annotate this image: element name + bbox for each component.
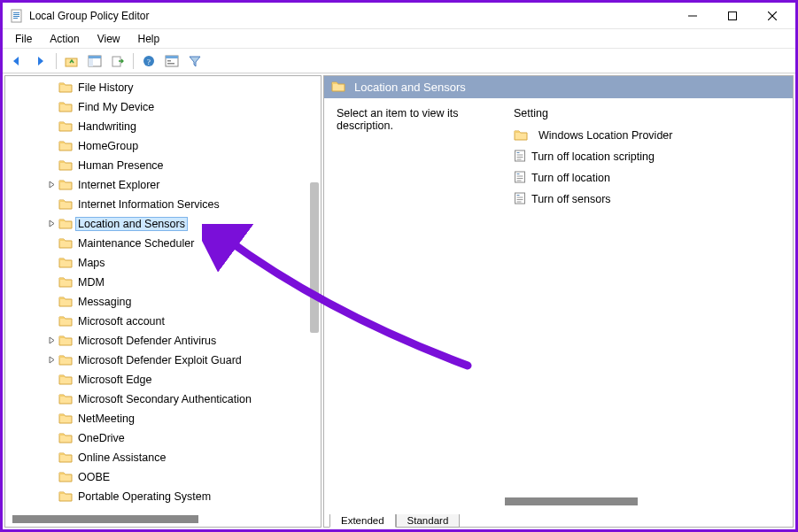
folder-icon	[58, 392, 78, 407]
tree-item[interactable]: Messaging	[5, 292, 321, 312]
tree-item[interactable]: Location and Sensors	[5, 214, 321, 234]
show-hide-tree-icon[interactable]	[85, 51, 105, 71]
tree-item-label: OOBE	[78, 471, 110, 483]
svg-rect-33	[517, 199, 523, 200]
toolbar: ?	[3, 49, 795, 73]
folder-icon	[58, 158, 78, 173]
tree-item-label: Human Presence	[78, 159, 164, 172]
tab-extended[interactable]: Extended	[329, 514, 396, 528]
tree-item[interactable]: Microsoft account	[5, 312, 321, 331]
tree-item-label: NetMeeting	[78, 412, 135, 425]
tree-item-label: Find My Device	[78, 101, 154, 113]
tree-item-label: File History	[78, 81, 134, 94]
minimize-button[interactable]	[672, 4, 712, 28]
tree-item[interactable]: Online Assistance	[5, 448, 321, 467]
setting-item[interactable]: Turn off location	[514, 167, 780, 189]
folder-icon	[58, 197, 78, 212]
svg-rect-22	[517, 154, 523, 155]
toolbar-separator	[56, 53, 57, 69]
tree-item[interactable]: Human Presence	[5, 156, 321, 175]
content-area: File HistoryFind My DeviceHandwritingHom…	[3, 73, 795, 529]
tree-item-label: Portable Operating System	[78, 490, 211, 503]
folder-icon	[58, 490, 78, 505]
folder-icon	[58, 470, 78, 485]
tree-item-label: Handwriting	[78, 120, 136, 133]
tree-item[interactable]: Internet Information Services	[5, 195, 321, 214]
menubar: File Action View Help	[3, 29, 795, 49]
folder-icon	[331, 80, 345, 95]
expand-chevron-icon[interactable]	[45, 336, 58, 346]
forward-arrow-icon[interactable]	[31, 51, 50, 71]
tree-item[interactable]: HomeGroup	[5, 136, 321, 156]
setting-item[interactable]: Windows Location Provider	[514, 125, 780, 146]
expand-chevron-icon[interactable]	[45, 220, 58, 229]
tree-scroll[interactable]: File HistoryFind My DeviceHandwritingHom…	[5, 76, 321, 512]
folder-icon	[58, 139, 78, 154]
tree-item[interactable]: Portable Operating System	[5, 487, 321, 506]
menu-help[interactable]: Help	[129, 31, 169, 47]
column-header-setting[interactable]: Setting	[514, 107, 780, 120]
settings-list: Windows Location ProviderTurn off locati…	[514, 125, 780, 210]
tree-item[interactable]: Microsoft Edge	[5, 370, 321, 389]
tree-item[interactable]: OneDrive	[5, 428, 321, 448]
settings-list-panel: Setting Windows Location ProviderTurn of…	[514, 107, 780, 487]
scrollbar-thumb[interactable]	[505, 497, 638, 505]
tree-item[interactable]: NetMeeting	[5, 409, 321, 428]
tree-item[interactable]: MDM	[5, 273, 321, 292]
svg-rect-29	[517, 180, 522, 181]
svg-rect-32	[517, 197, 523, 197]
tree-item[interactable]: OOBE	[5, 467, 321, 487]
up-folder-icon[interactable]	[62, 51, 81, 71]
details-body: Select an item to view its description. …	[324, 98, 793, 496]
svg-rect-34	[517, 201, 522, 202]
horizontal-scrollbar-details[interactable]	[501, 496, 789, 507]
folder-icon	[58, 275, 78, 290]
svg-rect-2	[13, 14, 19, 15]
tree-item-label: Online Assistance	[78, 451, 166, 464]
tree-item[interactable]: Microsoft Defender Antivirus	[5, 331, 321, 351]
close-button[interactable]	[752, 4, 792, 28]
menu-view[interactable]: View	[89, 31, 129, 47]
tree-item[interactable]: Maintenance Scheduler	[5, 234, 321, 253]
tree-item-label: Internet Explorer	[78, 179, 159, 191]
tree-item[interactable]: Microsoft Secondary Authentication	[5, 389, 321, 409]
tree-item-label: Maps	[78, 257, 105, 269]
tree-item[interactable]: Maps	[5, 253, 321, 273]
horizontal-scrollbar-tree[interactable]	[9, 513, 317, 525]
details-title: Location and Sensors	[354, 81, 466, 94]
tree-item[interactable]: Handwriting	[5, 117, 321, 136]
window-controls	[672, 4, 792, 28]
tree-item[interactable]: Internet Explorer	[5, 175, 321, 195]
folder-icon	[58, 100, 78, 115]
tab-standard[interactable]: Standard	[396, 514, 461, 528]
policy-icon	[514, 171, 526, 186]
tree-item[interactable]: Microsoft Defender Exploit Guard	[5, 351, 321, 370]
filter-icon[interactable]	[185, 51, 205, 71]
scrollbar-thumb[interactable]	[12, 515, 198, 523]
help-icon[interactable]: ?	[139, 51, 159, 71]
menu-file[interactable]: File	[6, 31, 41, 47]
back-arrow-icon[interactable]	[8, 51, 27, 71]
tree-item-label: MDM	[78, 276, 105, 289]
policy-icon	[514, 150, 526, 165]
expand-chevron-icon[interactable]	[45, 181, 58, 190]
tree-item[interactable]: Find My Device	[5, 97, 321, 117]
svg-rect-26	[517, 173, 520, 174]
svg-rect-4	[13, 18, 18, 19]
expand-chevron-icon[interactable]	[45, 356, 58, 366]
vertical-scrollbar[interactable]	[310, 182, 319, 333]
app-icon	[10, 9, 24, 23]
tree-item-label: OneDrive	[78, 432, 125, 444]
maximize-button[interactable]	[712, 4, 752, 28]
folder-icon	[58, 334, 78, 349]
export-list-icon[interactable]	[108, 51, 128, 71]
tree-item[interactable]: File History	[5, 78, 321, 97]
setting-item[interactable]: Turn off location scripting	[514, 146, 780, 167]
svg-rect-9	[66, 58, 77, 66]
setting-label: Turn off location scripting	[531, 150, 655, 163]
tree-item-label: HomeGroup	[78, 140, 138, 152]
menu-action[interactable]: Action	[41, 31, 88, 47]
svg-rect-21	[517, 152, 520, 153]
setting-item[interactable]: Turn off sensors	[514, 189, 780, 210]
properties-icon[interactable]	[162, 51, 182, 71]
